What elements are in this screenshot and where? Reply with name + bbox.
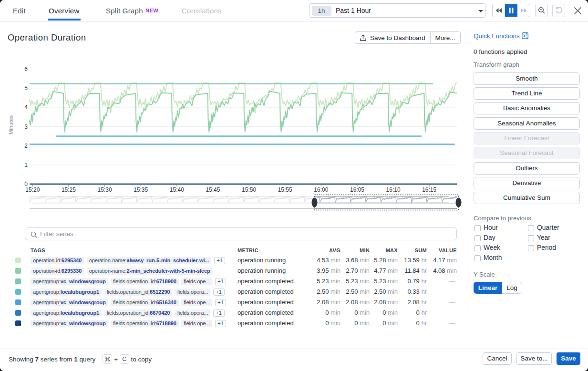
svg-text:15:45: 15:45 [206, 186, 220, 193]
svg-text:3: 3 [24, 124, 28, 130]
svg-text:5: 5 [24, 85, 28, 92]
svg-text:16:05: 16:05 [350, 186, 364, 193]
svg-text:4: 4 [24, 104, 28, 111]
svg-text:16:10: 16:10 [386, 186, 401, 193]
svg-text:0: 0 [24, 181, 28, 187]
svg-text:15:40: 15:40 [170, 186, 184, 193]
svg-text:16:00: 16:00 [314, 186, 328, 193]
svg-text:15:50: 15:50 [242, 186, 256, 193]
svg-text:15:25: 15:25 [62, 186, 76, 193]
svg-text:2: 2 [24, 143, 28, 149]
svg-text:15:35: 15:35 [134, 186, 148, 193]
svg-text:15:55: 15:55 [278, 186, 292, 193]
svg-text:Minutes: Minutes [8, 115, 14, 135]
svg-text:16:15: 16:15 [422, 186, 436, 193]
svg-text:1: 1 [24, 162, 28, 168]
svg-text:6: 6 [24, 66, 28, 72]
svg-text:15:30: 15:30 [98, 186, 112, 193]
